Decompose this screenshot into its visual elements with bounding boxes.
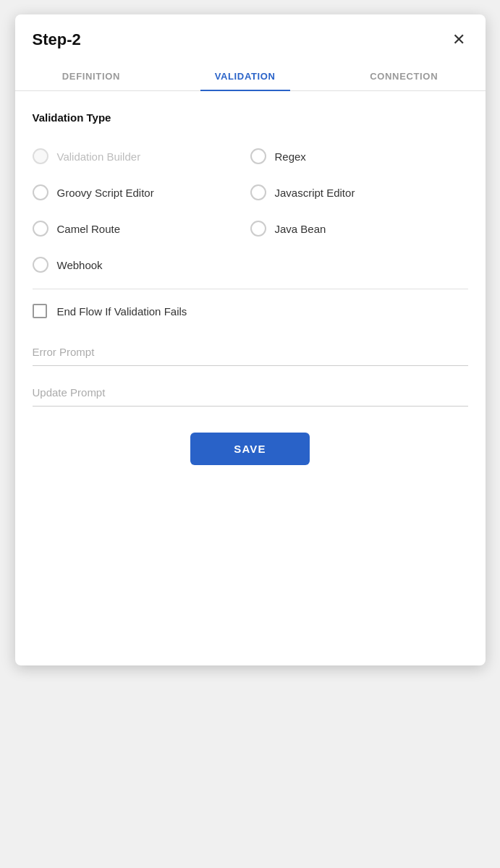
- section-divider: [33, 289, 468, 289]
- radio-circle-groovy[interactable]: [33, 184, 48, 200]
- section-title: Validation Type: [33, 111, 468, 124]
- dialog-body: Validation Type Validation Builder Regex…: [15, 91, 486, 482]
- dialog: Step-2 ✕ DEFINITION VALIDATION CONNECTIO…: [15, 14, 486, 665]
- radio-label-webhook: Webhook: [57, 259, 103, 271]
- save-button[interactable]: SAVE: [190, 433, 310, 465]
- radio-circle-camel[interactable]: [33, 221, 48, 237]
- radio-grid: Validation Builder Regex Groovy Script E…: [33, 138, 468, 247]
- radio-label-javabean: Java Bean: [275, 223, 326, 235]
- radio-item-groovy-script-editor[interactable]: Groovy Script Editor: [33, 174, 250, 210]
- update-prompt-input[interactable]: [33, 379, 468, 407]
- tab-definition[interactable]: DEFINITION: [48, 62, 135, 90]
- tabs-bar: DEFINITION VALIDATION CONNECTION: [15, 62, 486, 91]
- error-prompt-input[interactable]: [33, 339, 468, 366]
- radio-item-camel-route[interactable]: Camel Route: [33, 210, 250, 247]
- radio-label-regex: Regex: [275, 150, 306, 163]
- radio-label-javascript: Javascript Editor: [275, 187, 355, 199]
- dialog-title: Step-2: [33, 30, 81, 49]
- dialog-header: Step-2 ✕: [15, 14, 486, 51]
- radio-label-groovy: Groovy Script Editor: [57, 187, 154, 199]
- radio-item-regex[interactable]: Regex: [250, 138, 468, 174]
- checkbox-label-end-flow: End Flow If Validation Fails: [57, 305, 187, 318]
- radio-label-validation-builder: Validation Builder: [57, 150, 141, 163]
- radio-item-javascript-editor[interactable]: Javascript Editor: [250, 174, 468, 210]
- radio-circle-webhook[interactable]: [33, 257, 48, 273]
- radio-item-webhook[interactable]: Webhook: [33, 247, 468, 283]
- tab-validation[interactable]: VALIDATION: [200, 62, 290, 90]
- radio-circle-javabean[interactable]: [250, 221, 266, 237]
- close-button[interactable]: ✕: [449, 29, 468, 51]
- radio-circle-validation-builder[interactable]: [33, 148, 48, 164]
- radio-item-validation-builder[interactable]: Validation Builder: [33, 138, 250, 174]
- checkbox-row-end-flow[interactable]: End Flow If Validation Fails: [33, 304, 468, 318]
- radio-circle-javascript[interactable]: [250, 184, 266, 200]
- radio-label-camel: Camel Route: [57, 223, 121, 235]
- tab-connection[interactable]: CONNECTION: [355, 62, 452, 90]
- checkbox-end-flow[interactable]: [33, 304, 47, 318]
- radio-item-java-bean[interactable]: Java Bean: [250, 210, 468, 247]
- radio-circle-regex[interactable]: [250, 148, 266, 164]
